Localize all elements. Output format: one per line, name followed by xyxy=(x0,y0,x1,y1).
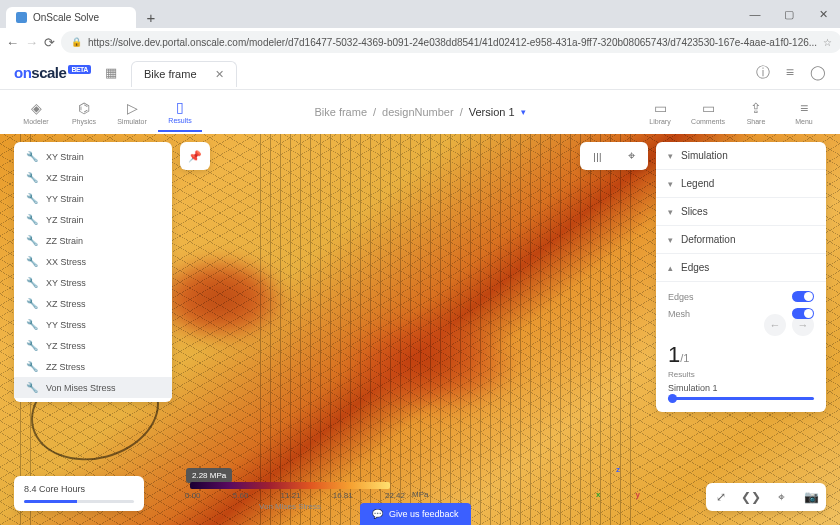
window-minimize[interactable]: — xyxy=(738,0,772,28)
result-item[interactable]: 🔧YY Strain xyxy=(14,188,172,209)
section-edges[interactable]: ▴Edges xyxy=(656,254,826,282)
chart-icon[interactable]: ⫼ xyxy=(580,142,614,170)
close-tab-icon[interactable]: ✕ xyxy=(215,68,224,81)
wrench-icon: 🔧 xyxy=(26,193,38,204)
properties-panel: ▾Simulation ▾Legend ▾Slices ▾Deformation… xyxy=(656,142,826,412)
view-controls: ⫼ ⌖ xyxy=(580,142,648,170)
result-item[interactable]: 🔧YZ Strain xyxy=(14,209,172,230)
result-slider[interactable]: Simulation 1 xyxy=(668,397,814,400)
browser-chrome: OnScale Solve + — ▢ ✕ ← → ⟳ 🔒 https://so… xyxy=(0,0,840,56)
chat-icon: 💬 xyxy=(372,509,383,519)
result-item[interactable]: 🔧XZ Strain xyxy=(14,167,172,188)
target-icon[interactable]: ⌖ xyxy=(766,483,796,511)
app-grid-icon[interactable]: ▦ xyxy=(105,65,117,80)
legend-tick: 16.81 xyxy=(333,491,353,500)
results-list-panel: 🔧XY Strain🔧XZ Strain🔧YY Strain🔧YZ Strain… xyxy=(14,142,172,402)
result-item[interactable]: 🔧XY Strain xyxy=(14,146,172,167)
breadcrumb: Bike frame/ designNumber/ Version 1 ▾ xyxy=(314,106,525,118)
tab-modeler[interactable]: ◈Modeler xyxy=(14,92,58,132)
user-icon[interactable]: ◯ xyxy=(810,64,826,82)
address-bar[interactable]: 🔒 https://solve.dev.portal.onscale.com/m… xyxy=(61,31,840,53)
project-tab[interactable]: Bike frame ✕ xyxy=(131,61,237,87)
address-bar-row: ← → ⟳ 🔒 https://solve.dev.portal.onscale… xyxy=(0,28,840,56)
wrench-icon: 🔧 xyxy=(26,214,38,225)
cube-icon: ◈ xyxy=(31,100,42,116)
core-hours-widget[interactable]: 8.4 Core Hours xyxy=(14,476,144,511)
legend-tooltip: 2.28 MPa xyxy=(186,468,232,483)
result-item[interactable]: 🔧XY Stress xyxy=(14,272,172,293)
wrench-icon: 🔧 xyxy=(26,382,38,393)
comments-icon: ▭ xyxy=(702,100,715,116)
nav-forward[interactable]: → xyxy=(25,31,38,53)
library-button[interactable]: ▭Library xyxy=(638,92,682,132)
section-deformation[interactable]: ▾Deformation xyxy=(656,226,826,254)
settings-icon[interactable]: ≡ xyxy=(786,64,794,82)
window-maximize[interactable]: ▢ xyxy=(772,0,806,28)
feedback-button[interactable]: 💬 Give us feedback xyxy=(360,503,471,525)
toggle-mesh[interactable] xyxy=(792,308,814,319)
browser-tab[interactable]: OnScale Solve xyxy=(6,7,136,28)
viewport-tools: ⤢ ❮❯ ⌖ 📷 xyxy=(706,483,826,511)
atom-icon: ⌬ xyxy=(78,100,90,116)
camera-icon[interactable]: 📷 xyxy=(796,483,826,511)
expand-icon[interactable]: ⤢ xyxy=(706,483,736,511)
wrench-icon: 🔧 xyxy=(26,151,38,162)
comments-button[interactable]: ▭Comments xyxy=(686,92,730,132)
help-icon[interactable]: ⓘ xyxy=(756,64,770,82)
library-icon: ▭ xyxy=(654,100,667,116)
wrench-icon: 🔧 xyxy=(26,256,38,267)
tab-physics[interactable]: ⌬Physics xyxy=(62,92,106,132)
legend-tick: 5.60 xyxy=(233,491,249,500)
url-text: https://solve.dev.portal.onscale.com/mod… xyxy=(88,37,817,48)
wrench-icon: 🔧 xyxy=(26,235,38,246)
breadcrumb-design[interactable]: designNumber xyxy=(382,106,454,118)
menu-icon: ≡ xyxy=(800,100,808,116)
star-icon[interactable]: ☆ xyxy=(823,37,832,48)
legend-tick: 0.00 xyxy=(185,491,201,500)
legend-unit: MPa xyxy=(412,490,428,499)
focus-icon[interactable]: ⌖ xyxy=(614,142,648,170)
tab-simulator[interactable]: ▷Simulator xyxy=(110,92,154,132)
app-header: onscaleBETA ▦ Bike frame ✕ ⓘ ≡ ◯ xyxy=(0,56,840,90)
legend-gradient[interactable] xyxy=(190,482,390,489)
tab-results[interactable]: ▯Results xyxy=(158,92,202,132)
app-toolbar: ◈Modeler ⌬Physics ▷Simulator ▯Results Bi… xyxy=(0,90,840,134)
section-legend[interactable]: ▾Legend xyxy=(656,170,826,198)
result-item[interactable]: 🔧XZ Stress xyxy=(14,293,172,314)
nav-back[interactable]: ← xyxy=(6,31,19,53)
axes-gizmo[interactable]: z y x xyxy=(596,465,640,509)
new-tab-button[interactable]: + xyxy=(140,6,162,28)
nav-reload[interactable]: ⟳ xyxy=(44,31,55,53)
favicon xyxy=(16,12,27,23)
chevron-down-icon[interactable]: ▾ xyxy=(521,107,526,117)
legend-tick: 11.21 xyxy=(281,491,301,500)
menu-button[interactable]: ≡Menu xyxy=(782,92,826,132)
results-nav: 1/1 ←→ Results xyxy=(656,332,826,389)
window-close[interactable]: ✕ xyxy=(806,0,840,28)
play-icon: ▷ xyxy=(127,100,138,116)
toggle-edges[interactable] xyxy=(792,291,814,302)
prev-result[interactable]: ← xyxy=(764,314,786,336)
breadcrumb-project[interactable]: Bike frame xyxy=(314,106,367,118)
wrench-icon: 🔧 xyxy=(26,340,38,351)
section-slices[interactable]: ▾Slices xyxy=(656,198,826,226)
result-item[interactable]: 🔧YZ Stress xyxy=(14,335,172,356)
project-tab-label: Bike frame xyxy=(144,68,197,80)
wrench-icon: 🔧 xyxy=(26,298,38,309)
share-button[interactable]: ⇪Share xyxy=(734,92,778,132)
tab-title: OnScale Solve xyxy=(33,12,99,23)
wrench-icon: 🔧 xyxy=(26,172,38,183)
result-item[interactable]: 🔧Von Mises Stress xyxy=(14,377,172,398)
pin-button[interactable]: 📌 xyxy=(180,142,210,170)
result-item[interactable]: 🔧YY Stress xyxy=(14,314,172,335)
lock-icon: 🔒 xyxy=(71,37,82,47)
legend-tick: 22.42 xyxy=(385,491,405,500)
result-item[interactable]: 🔧ZZ Stress xyxy=(14,356,172,377)
result-item[interactable]: 🔧XX Stress xyxy=(14,251,172,272)
wrench-icon: 🔧 xyxy=(26,277,38,288)
section-simulation[interactable]: ▾Simulation xyxy=(656,142,826,170)
code-icon[interactable]: ❮❯ xyxy=(736,483,766,511)
app-logo[interactable]: onscaleBETA xyxy=(14,64,91,81)
result-item[interactable]: 🔧ZZ Strain xyxy=(14,230,172,251)
breadcrumb-version[interactable]: Version 1 xyxy=(469,106,515,118)
